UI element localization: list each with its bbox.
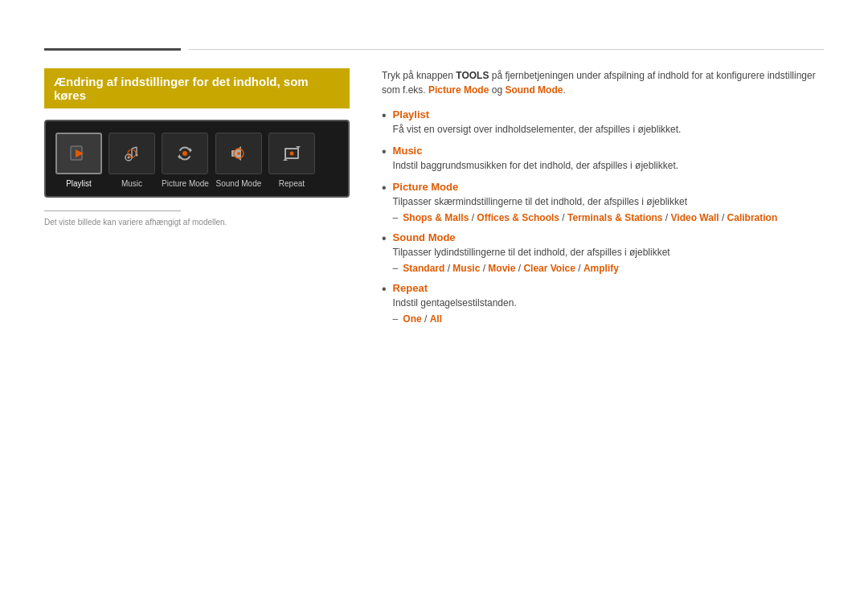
sound-mode-icon-box <box>215 133 262 174</box>
link-clear-voice: Clear Voice <box>523 263 575 274</box>
sep2: / <box>559 212 567 223</box>
svg-marker-9 <box>190 148 192 153</box>
repeat-sub: – One / All <box>393 313 824 325</box>
intro-og: og <box>489 84 505 96</box>
sub-dash-sound: – <box>393 263 399 274</box>
link-music: Music <box>452 263 480 274</box>
media-item-sound-mode: Sound Mode <box>215 133 262 188</box>
bullet-desc-sound-mode: Tilpasser lydindstillingerne til det ind… <box>393 245 824 260</box>
bullet-item-sound-mode: • Sound Mode Tilpasser lydindstillingern… <box>382 231 824 274</box>
svg-point-15 <box>237 152 240 155</box>
bullet-item-picture-mode: • Picture Mode Tilpasser skærmindstillin… <box>382 181 824 223</box>
bullet-title-playlist: Playlist <box>393 108 824 121</box>
repeat-icon <box>280 142 303 165</box>
svg-marker-10 <box>178 154 180 159</box>
main-content: Ændring af indstillinger for det indhold… <box>44 68 824 333</box>
bullet-content-picture-mode: Picture Mode Tilpasser skærmindstillinge… <box>393 181 824 223</box>
bullet-title-music: Music <box>393 145 824 157</box>
bullet-item-playlist: • Playlist Få vist en oversigt over indh… <box>382 108 824 137</box>
bullet-dot-picture-mode: • <box>382 182 387 223</box>
bullet-dot-sound-mode: • <box>382 232 387 274</box>
repeat-icon-box <box>268 133 315 174</box>
music-label: Music <box>121 179 142 188</box>
left-column: Ændring af indstillinger for det indhold… <box>44 68 350 333</box>
svg-line-5 <box>132 147 137 149</box>
playlist-icon <box>68 142 90 165</box>
bullet-list: • Playlist Få vist en oversigt over indh… <box>382 108 824 325</box>
link-all: All <box>430 313 442 325</box>
media-item-playlist: Playlist <box>55 133 102 188</box>
top-line-light <box>189 49 824 50</box>
picture-mode-sub: – Shops & Malls / Offices & Schools / Te… <box>393 212 824 223</box>
intro-text: Tryk på knappen TOOLS på fjernbetjeninge… <box>382 68 824 97</box>
media-item-picture-mode: Picture Mode <box>162 133 209 188</box>
intro-part1: Tryk på knappen <box>382 70 456 81</box>
sub-links-picture: Shops & Malls / Offices & Schools / Term… <box>403 212 777 223</box>
sub-links-repeat: One / All <box>403 313 442 325</box>
playlist-label: Playlist <box>66 179 92 188</box>
link-standard: Standard <box>403 263 444 274</box>
bullet-content-music: Music Indstil baggrundsmusikken for det … <box>393 145 824 173</box>
svg-point-11 <box>182 151 187 156</box>
bullet-dot-playlist: • <box>382 109 387 137</box>
bullet-desc-playlist: Få vist en oversigt over indholdselement… <box>393 122 824 137</box>
sound-mode-intro-link: Sound Mode <box>505 84 563 96</box>
sub-links-sound: Standard / Music / Movie / Clear Voice /… <box>403 263 619 274</box>
sep9: / <box>422 313 430 325</box>
footnote-line <box>44 210 181 211</box>
sep7: / <box>515 263 523 274</box>
link-amplify: Amplify <box>583 263 619 274</box>
bullet-desc-music: Indstil baggrundsmusikken for det indhol… <box>393 158 824 173</box>
bullet-dot-repeat: • <box>382 283 387 325</box>
sep6: / <box>480 263 488 274</box>
sep4: / <box>719 212 727 223</box>
sep3: / <box>663 212 671 223</box>
bullet-title-repeat: Repeat <box>393 282 824 294</box>
bullet-content-repeat: Repeat Indstil gentagelsestilstanden. – … <box>393 282 824 325</box>
music-icon-box <box>108 133 155 174</box>
bullet-content-sound-mode: Sound Mode Tilpasser lydindstillingerne … <box>393 231 824 274</box>
bullet-desc-repeat: Indstil gentagelsestilstanden. <box>393 296 824 310</box>
bullet-desc-picture-mode: Tilpasser skærmindstillingerne til det i… <box>393 194 824 209</box>
bullet-title-picture-mode: Picture Mode <box>393 181 824 193</box>
bullet-dot-music: • <box>382 145 387 173</box>
media-player: Playlist <box>44 120 350 198</box>
link-terminals-stations: Terminals & Stations <box>567 212 662 223</box>
link-shops-malls: Shops & Malls <box>403 212 469 223</box>
intro-end: . <box>563 84 565 96</box>
music-icon <box>121 142 143 165</box>
bullet-item-music: • Music Indstil baggrundsmusikken for de… <box>382 145 824 173</box>
picture-mode-icon <box>174 142 196 165</box>
sep1: / <box>469 212 477 223</box>
sub-dash-repeat: – <box>393 313 399 325</box>
right-column: Tryk på knappen TOOLS på fjernbetjeninge… <box>382 68 824 333</box>
picture-mode-label: Picture Mode <box>162 179 209 188</box>
media-item-music: Music <box>108 133 155 188</box>
top-line-dark <box>44 48 181 51</box>
sound-mode-sub: – Standard / Music / Movie / Clear Voice… <box>393 263 824 274</box>
playlist-icon-box <box>55 133 102 174</box>
picture-mode-intro-link: Picture Mode <box>428 84 489 96</box>
footnote-text: Det viste billede kan variere afhængigt … <box>44 218 350 227</box>
bullet-title-sound-mode: Sound Mode <box>393 231 824 243</box>
link-calibration: Calibration <box>727 212 778 223</box>
sound-mode-icon <box>227 142 250 165</box>
link-movie: Movie <box>488 263 515 274</box>
picture-mode-icon-box <box>162 133 208 174</box>
svg-point-18 <box>289 152 293 156</box>
link-one: One <box>403 313 421 325</box>
sub-dash-picture: – <box>393 212 399 223</box>
section-title: Ændring af indstillinger for det indhold… <box>44 68 350 108</box>
repeat-label: Repeat <box>279 179 305 188</box>
tools-label: TOOLS <box>456 70 489 81</box>
media-item-repeat: Repeat <box>268 133 315 188</box>
sound-mode-label: Sound Mode <box>216 179 262 188</box>
page-container: Ændring af indstillinger for det indhold… <box>0 0 868 613</box>
link-offices-schools: Offices & Schools <box>477 212 559 223</box>
sep8: / <box>575 263 583 274</box>
bullet-content-playlist: Playlist Få vist en oversigt over indhol… <box>393 108 824 137</box>
bullet-item-repeat: • Repeat Indstil gentagelsestilstanden. … <box>382 282 824 325</box>
sep5: / <box>444 263 452 274</box>
top-lines <box>44 48 824 51</box>
link-video-wall: Video Wall <box>671 212 719 223</box>
